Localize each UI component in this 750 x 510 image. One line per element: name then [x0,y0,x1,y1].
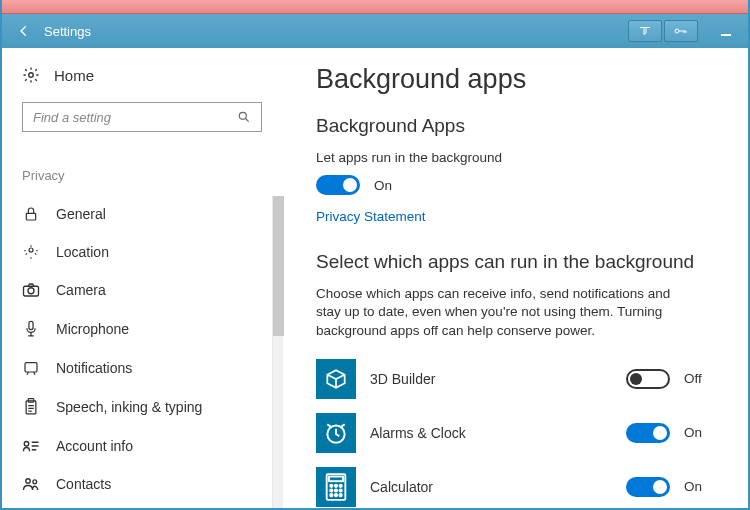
svg-point-11 [24,442,29,447]
app-icon-3dbuilder [316,359,356,399]
svg-point-24 [335,494,337,496]
search-input[interactable] [22,102,262,132]
app-toggle-3dbuilder[interactable] [626,369,670,389]
svg-point-19 [340,485,342,487]
svg-rect-8 [25,363,37,372]
external-tab-strip [2,0,748,14]
svg-rect-7 [29,321,33,329]
sidebar-item-label: General [56,206,106,222]
svg-point-13 [33,480,37,484]
back-button[interactable] [10,20,38,42]
svg-point-22 [340,489,342,491]
sidebar-item-label: Speech, inking & typing [56,399,202,415]
sidebar-item-label: Microphone [56,321,129,337]
clipboard-icon [22,398,40,416]
section-title: Background Apps [316,115,714,137]
sidebar-item-label: Location [56,244,109,260]
svg-point-20 [330,489,332,491]
svg-point-18 [335,485,337,487]
microphone-icon [22,320,40,338]
svg-point-1 [29,73,34,78]
app-icon-calculator [316,467,356,507]
app-row: 3D Builder Off [316,356,714,402]
sidebar-item-label: Contacts [56,476,111,492]
master-toggle[interactable] [316,175,360,195]
home-nav[interactable]: Home [22,66,262,84]
svg-point-2 [239,112,246,119]
gear-icon [22,66,40,84]
app-label: 3D Builder [370,371,626,387]
app-icon-alarms [316,413,356,453]
app-row: Calculator On [316,464,714,508]
svg-point-21 [335,489,337,491]
sidebar-item-camera[interactable]: Camera [22,271,262,309]
app-label: Calculator [370,479,626,495]
account-icon [22,439,40,453]
home-label: Home [54,67,94,84]
app-toggle-calculator[interactable] [626,477,670,497]
privacy-statement-link[interactable]: Privacy Statement [316,209,426,224]
sidebar-item-contacts[interactable]: Contacts [22,465,262,503]
apps-section-desc: Choose which apps can receive info, send… [316,285,696,340]
window-title: Settings [44,24,91,39]
sidebar: Home Privacy General Location Camera [2,48,282,508]
sidebar-item-label: Notifications [56,360,132,376]
camera-icon [22,282,40,298]
svg-point-17 [330,485,332,487]
svg-point-12 [26,479,31,484]
search-icon [237,110,251,124]
sidebar-item-microphone[interactable]: Microphone [22,309,262,349]
svg-rect-16 [329,476,343,481]
titlebar-button-key[interactable] [664,20,698,42]
sidebar-item-notifications[interactable]: Notifications [22,349,262,387]
page-title: Background apps [316,64,714,95]
svg-point-0 [675,29,679,33]
main-panel: Background apps Background Apps Let apps… [282,48,748,508]
location-icon [22,244,40,260]
sidebar-item-label: Camera [56,282,106,298]
svg-point-25 [340,494,342,496]
svg-point-23 [330,494,332,496]
section-heading: Privacy [22,168,262,183]
app-toggle-state: Off [684,371,714,386]
apps-section-title: Select which apps can run in the backgro… [316,251,714,273]
sidebar-item-account[interactable]: Account info [22,427,262,465]
search-field[interactable] [33,110,237,125]
app-row: Alarms & Clock On [316,410,714,456]
contacts-icon [22,476,40,492]
titlebar-button-filter[interactable] [628,20,662,42]
sidebar-item-general[interactable]: General [22,195,262,233]
sidebar-item-location[interactable]: Location [22,233,262,271]
master-toggle-state: On [374,178,392,193]
app-toggle-state: On [684,425,714,440]
minimize-button[interactable] [712,21,740,41]
titlebar: Settings [2,14,748,48]
app-toggle-state: On [684,479,714,494]
sidebar-item-label: Account info [56,438,133,454]
svg-rect-3 [26,213,35,220]
app-label: Alarms & Clock [370,425,626,441]
svg-point-4 [29,248,33,252]
master-toggle-desc: Let apps run in the background [316,149,696,167]
lock-icon [22,206,40,222]
sidebar-item-speech[interactable]: Speech, inking & typing [22,387,262,427]
app-toggle-alarms[interactable] [626,423,670,443]
notifications-icon [22,360,40,376]
svg-point-6 [28,288,34,294]
